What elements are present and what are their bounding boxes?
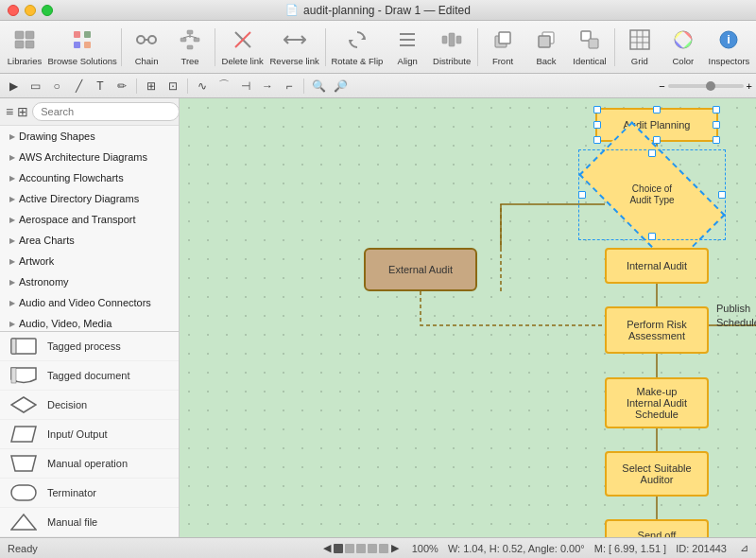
distribute-button[interactable]: Distribute xyxy=(430,24,473,71)
arrow-icon: ▶ xyxy=(9,320,15,328)
inspectors-button[interactable]: i Inspectors xyxy=(706,24,752,71)
grid-toggle[interactable]: ⊞ xyxy=(142,77,161,96)
page-navigation[interactable]: ◀ ▶ xyxy=(323,542,399,554)
select-auditor-node[interactable]: Select Suitable Auditor xyxy=(605,451,709,497)
sidebar-grid-icon[interactable]: ⊞ xyxy=(17,104,28,119)
handle-tl[interactable] xyxy=(593,106,601,113)
pointer-tool[interactable]: ▶ xyxy=(4,77,23,96)
canvas[interactable]: Audit Planning Ch xyxy=(180,98,756,537)
search-input[interactable] xyxy=(32,102,180,121)
page-dot-4[interactable] xyxy=(368,544,377,553)
audit-type-choice-node[interactable]: Choice ofAudit Type xyxy=(586,157,718,233)
page-prev[interactable]: ◀ xyxy=(323,542,331,554)
send-off-node[interactable]: Send off Pre-Audit Questionnaire xyxy=(605,519,709,537)
handle-b[interactable] xyxy=(648,233,656,240)
minimize-button[interactable] xyxy=(25,5,36,16)
zoom-slider[interactable] xyxy=(668,84,744,88)
ortho-tool[interactable]: ⌐ xyxy=(280,77,299,96)
handle-tr[interactable] xyxy=(713,106,720,113)
page-dot-2[interactable] xyxy=(345,544,354,553)
shape-manual-file[interactable]: Manual file xyxy=(0,508,179,537)
handle-l[interactable] xyxy=(578,191,586,199)
svg-rect-27 xyxy=(449,33,455,46)
shape-tagged-document[interactable]: Tagged document xyxy=(0,361,179,391)
page-dot-1[interactable] xyxy=(334,544,343,553)
sidebar-item-audio-video-connectors[interactable]: ▶ Audio and Video Connectors xyxy=(0,292,179,313)
shape-input-output[interactable]: Input/ Output xyxy=(0,420,179,449)
zoom-plus[interactable]: + xyxy=(747,80,752,92)
page-dot-5[interactable] xyxy=(379,544,388,553)
zoom-minus[interactable]: − xyxy=(659,80,664,92)
audit-planning-node[interactable]: Audit Planning xyxy=(595,108,718,142)
handle-t[interactable] xyxy=(648,149,656,157)
chain-button[interactable]: Chain xyxy=(126,24,167,71)
page-next[interactable]: ▶ xyxy=(391,542,399,554)
shape-terminator[interactable]: Terminator xyxy=(0,479,179,508)
rect-tool[interactable]: ▭ xyxy=(26,77,44,96)
page-dot-3[interactable] xyxy=(356,544,366,553)
handle-mr[interactable] xyxy=(713,121,720,129)
maximize-button[interactable] xyxy=(42,5,53,16)
arrow-icon: ▶ xyxy=(9,257,15,266)
internal-audit-node[interactable]: Internal Audit xyxy=(605,248,709,284)
window-title: 📄 audit-planning - Draw 1 — Edited xyxy=(285,4,471,17)
grid-label: Grid xyxy=(631,56,648,66)
shape-manual-operation[interactable]: Manual operation xyxy=(0,449,179,479)
connector-tool[interactable]: ⊣ xyxy=(236,77,255,96)
svg-rect-49 xyxy=(11,485,36,500)
zoom-out[interactable]: 🔎 xyxy=(331,77,350,96)
color-button[interactable]: Color xyxy=(662,24,704,71)
distribute-label: Distribute xyxy=(433,56,471,66)
zoom-control[interactable]: − + xyxy=(659,80,752,92)
sidebar-item-artwork[interactable]: ▶ Artwork xyxy=(0,251,179,271)
browse-solutions-button[interactable]: Browse Solutions xyxy=(47,24,117,71)
sidebar-item-active-directory[interactable]: ▶ Active Directory Diagrams xyxy=(0,188,179,209)
pen-tool[interactable]: ✏ xyxy=(112,77,131,96)
align-button[interactable]: Align xyxy=(387,24,428,71)
sidebar-menu-icon[interactable]: ≡ xyxy=(6,104,13,119)
zoom-thumb[interactable] xyxy=(706,81,715,91)
front-button[interactable]: Front xyxy=(482,24,524,71)
curve-tool[interactable]: ∿ xyxy=(193,77,212,96)
handle-tm[interactable] xyxy=(653,106,661,113)
libraries-button[interactable]: Libraries xyxy=(4,24,45,71)
perform-risk-node[interactable]: Perform Risk Assessment xyxy=(605,306,709,354)
shape-tagged-process[interactable]: Tagged process xyxy=(0,332,179,361)
sidebar-item-aws[interactable]: ▶ AWS Architecture Diagrams xyxy=(0,147,179,167)
file-icon: 📄 xyxy=(285,4,299,16)
reverse-link-button[interactable]: Reverse link xyxy=(267,24,320,71)
external-audit-node[interactable]: External Audit xyxy=(364,248,477,291)
shape-decision[interactable]: Decision xyxy=(0,391,179,420)
make-up-node[interactable]: Make-up Internal Audit Schedule xyxy=(605,377,709,428)
sidebar-item-aerospace[interactable]: ▶ Aerospace and Transport xyxy=(0,209,179,230)
oval-tool[interactable]: ○ xyxy=(47,77,66,96)
close-button[interactable] xyxy=(8,5,19,16)
delete-link-button[interactable]: Delete link xyxy=(219,24,266,71)
zoom-in[interactable]: 🔍 xyxy=(309,77,328,96)
sidebar-item-astronomy[interactable]: ▶ Astronomy xyxy=(0,271,179,292)
grid-button[interactable]: Grid xyxy=(619,24,661,71)
window-controls[interactable] xyxy=(8,5,53,16)
sidebar-item-audio-video-media[interactable]: ▶ Audio, Video, Media xyxy=(0,313,179,331)
identical-button[interactable]: Identical xyxy=(569,24,610,71)
handle-ml[interactable] xyxy=(593,121,601,129)
bezier-tool[interactable]: ⌒ xyxy=(215,77,233,96)
svg-rect-13 xyxy=(194,38,199,42)
rotate-flip-button[interactable]: Rotate & Flip xyxy=(330,24,386,71)
handle-r[interactable] xyxy=(718,191,726,199)
t2-sep-3 xyxy=(303,78,304,94)
handle-br[interactable] xyxy=(713,136,720,144)
arrow-tool[interactable]: → xyxy=(258,77,277,96)
sidebar-item-accounting[interactable]: ▶ Accounting Flowcharts xyxy=(0,167,179,188)
sidebar-item-drawing-shapes[interactable]: ▶ Drawing Shapes xyxy=(0,126,179,147)
titlebar: 📄 audit-planning - Draw 1 — Edited xyxy=(0,0,756,21)
back-button[interactable]: Back xyxy=(525,24,567,71)
tree-button[interactable]: Tree xyxy=(169,24,211,71)
handle-bl[interactable] xyxy=(593,136,601,144)
text-tool[interactable]: T xyxy=(91,77,110,96)
sep-4 xyxy=(477,28,478,66)
sidebar-item-area-charts[interactable]: ▶ Area Charts xyxy=(0,230,179,251)
resize-handle[interactable]: ⊿ xyxy=(740,542,748,554)
line-tool[interactable]: ╱ xyxy=(69,77,88,96)
snap-toggle[interactable]: ⊡ xyxy=(163,77,182,96)
